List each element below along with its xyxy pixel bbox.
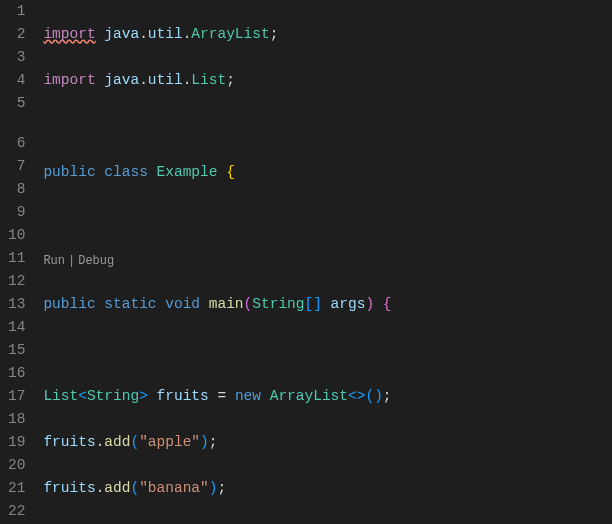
line-number: 3 [8,46,25,69]
code-line [43,115,612,138]
line-number: 18 [8,408,25,431]
line-number: 20 [8,454,25,477]
line-number: 10 [8,224,25,247]
code-line: public class Example { [43,161,612,184]
code-line: import java.util.ArrayList; [43,23,612,46]
code-line: public static void main(String[] args) { [43,293,612,316]
line-number: 13 [8,293,25,316]
code-line [43,207,612,230]
line-number-gutter: 1 2 3 4 5 6 7 8 9 10 11 12 13 14 15 16 1… [0,0,43,524]
line-number: 8 [8,178,25,201]
line-number: 22 [8,500,25,523]
line-number: 1 [8,0,25,23]
codelens: Run|Debug [43,253,612,270]
line-number: 21 [8,477,25,500]
line-number: 14 [8,316,25,339]
code-line: fruits.add("banana"); [43,477,612,500]
line-number: 16 [8,362,25,385]
codelens-sep: | [68,254,75,268]
codelens-gap [8,115,25,132]
line-number: 9 [8,201,25,224]
line-number: 17 [8,385,25,408]
line-number: 2 [8,23,25,46]
code-line: import java.util.List; [43,69,612,92]
codelens-run[interactable]: Run [43,254,65,268]
line-number: 11 [8,247,25,270]
code-line: List<String> fruits = new ArrayList<>(); [43,385,612,408]
line-number: 7 [8,155,25,178]
line-number: 6 [8,132,25,155]
line-number: 19 [8,431,25,454]
line-number: 12 [8,270,25,293]
codelens-debug[interactable]: Debug [78,254,114,268]
code-line [43,339,612,362]
line-number: 15 [8,339,25,362]
code-area[interactable]: import java.util.ArrayList; import java.… [43,0,612,524]
line-number: 4 [8,69,25,92]
code-editor: 1 2 3 4 5 6 7 8 9 10 11 12 13 14 15 16 1… [0,0,612,524]
line-number: 5 [8,92,25,115]
code-line: fruits.add("apple"); [43,431,612,454]
